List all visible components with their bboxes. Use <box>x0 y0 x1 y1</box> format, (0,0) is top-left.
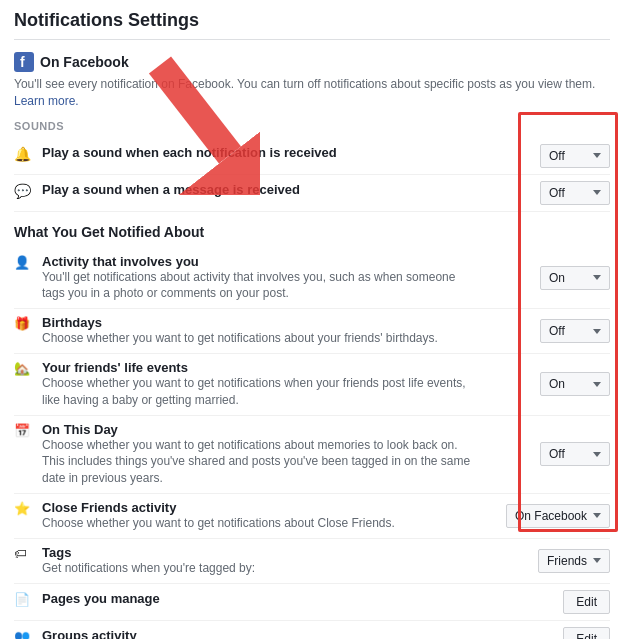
close-friends-icon: ⭐ <box>14 501 34 521</box>
chevron-down-icon-2 <box>593 190 601 195</box>
sound-notification-row: 🔔 Play a sound when each notification is… <box>14 138 610 175</box>
page-title: Notifications Settings <box>14 10 610 40</box>
pages-icon: 📄 <box>14 592 34 612</box>
page-container: Notifications Settings f On Facebook You… <box>0 0 624 639</box>
birthdays-icon: 🎁 <box>14 316 34 336</box>
sound-message-label: Play a sound when a message is received <box>42 182 300 197</box>
birthdays-row: 🎁 Birthdays Choose whether you want to g… <box>14 309 610 354</box>
life-events-title: Your friends' life events <box>42 360 472 375</box>
what-you-get-title: What You Get Notified About <box>14 224 610 240</box>
groups-left: 👥 Groups activity <box>14 628 563 639</box>
sound-message-left: 💬 Play a sound when a message is receive… <box>14 182 540 203</box>
birthdays-desc: Choose whether you want to get notificat… <box>42 330 438 347</box>
svg-text:f: f <box>20 54 25 70</box>
chevron-down-icon-3 <box>593 275 601 280</box>
sound-notification-label: Play a sound when each notification is r… <box>42 145 337 160</box>
tags-left: 🏷 Tags Get notifications when you're tag… <box>14 545 538 577</box>
birthdays-toggle[interactable]: Off <box>540 319 610 343</box>
close-friends-desc: Choose whether you want to get notificat… <box>42 515 395 532</box>
chevron-down-icon <box>593 153 601 158</box>
activity-desc: You'll get notifications about activity … <box>42 269 472 303</box>
on-facebook-title: On Facebook <box>40 54 129 70</box>
groups-edit-button[interactable]: Edit <box>563 627 610 639</box>
learn-more-link[interactable]: Learn more. <box>14 94 79 108</box>
birthdays-left: 🎁 Birthdays Choose whether you want to g… <box>14 315 540 347</box>
birthdays-title: Birthdays <box>42 315 438 330</box>
close-friends-title: Close Friends activity <box>42 500 395 515</box>
pages-row: 📄 Pages you manage Edit <box>14 584 610 621</box>
pages-left: 📄 Pages you manage <box>14 591 563 612</box>
chevron-down-icon-8 <box>593 558 601 563</box>
life-events-row: 🏡 Your friends' life events Choose wheth… <box>14 354 610 416</box>
close-friends-left: ⭐ Close Friends activity Choose whether … <box>14 500 506 532</box>
activity-row: 👤 Activity that involves you You'll get … <box>14 248 610 310</box>
sound-notification-toggle[interactable]: Off <box>540 144 610 168</box>
life-events-desc: Choose whether you want to get notificat… <box>42 375 472 409</box>
life-events-icon: 🏡 <box>14 361 34 381</box>
on-this-day-desc: Choose whether you want to get notificat… <box>42 437 472 487</box>
close-friends-row: ⭐ Close Friends activity Choose whether … <box>14 494 610 539</box>
sound-notification-icon: 🔔 <box>14 146 34 166</box>
tags-icon: 🏷 <box>14 546 34 566</box>
on-this-day-row: 📅 On This Day Choose whether you want to… <box>14 416 610 494</box>
on-facebook-desc: You'll see every notification on Faceboo… <box>14 76 610 110</box>
chevron-down-icon-7 <box>593 513 601 518</box>
life-events-left: 🏡 Your friends' life events Choose wheth… <box>14 360 540 409</box>
on-this-day-toggle[interactable]: Off <box>540 442 610 466</box>
tags-desc: Get notifications when you're tagged by: <box>42 560 255 577</box>
sound-notification-left: 🔔 Play a sound when each notification is… <box>14 145 540 166</box>
section-header: f On Facebook <box>14 52 610 72</box>
sound-message-icon: 💬 <box>14 183 34 203</box>
sound-message-row: 💬 Play a sound when a message is receive… <box>14 175 610 212</box>
sound-message-toggle[interactable]: Off <box>540 181 610 205</box>
on-facebook-section: f On Facebook You'll see every notificat… <box>14 52 610 639</box>
sounds-label: SOUNDS <box>14 120 610 132</box>
chevron-down-icon-5 <box>593 382 601 387</box>
activity-icon: 👤 <box>14 255 34 275</box>
facebook-icon: f <box>14 52 34 72</box>
pages-title: Pages you manage <box>42 591 160 606</box>
groups-row: 👥 Groups activity Edit <box>14 621 610 639</box>
chevron-down-icon-6 <box>593 452 601 457</box>
on-this-day-title: On This Day <box>42 422 472 437</box>
activity-title: Activity that involves you <box>42 254 472 269</box>
groups-title: Groups activity <box>42 628 137 639</box>
tags-toggle[interactable]: Friends <box>538 549 610 573</box>
tags-title: Tags <box>42 545 255 560</box>
tags-row: 🏷 Tags Get notifications when you're tag… <box>14 539 610 584</box>
activity-left: 👤 Activity that involves you You'll get … <box>14 254 540 303</box>
groups-icon: 👥 <box>14 629 34 639</box>
on-this-day-icon: 📅 <box>14 423 34 443</box>
activity-toggle[interactable]: On <box>540 266 610 290</box>
on-this-day-left: 📅 On This Day Choose whether you want to… <box>14 422 540 487</box>
chevron-down-icon-4 <box>593 329 601 334</box>
close-friends-toggle[interactable]: On Facebook <box>506 504 610 528</box>
pages-edit-button[interactable]: Edit <box>563 590 610 614</box>
life-events-toggle[interactable]: On <box>540 372 610 396</box>
